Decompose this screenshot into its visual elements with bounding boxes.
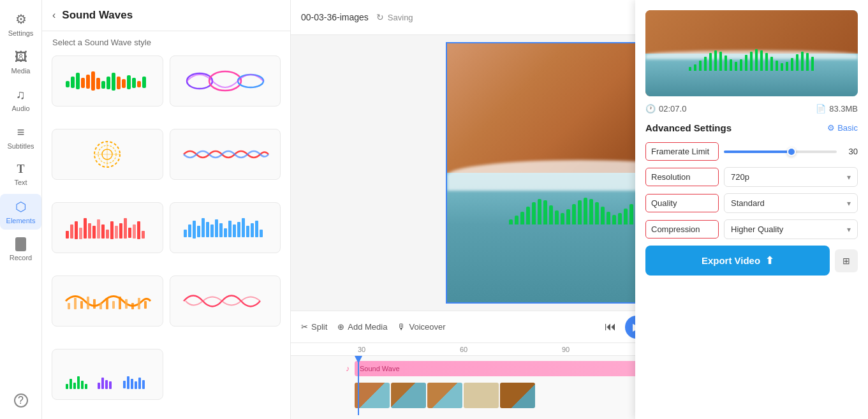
gear-icon: ⚙	[827, 123, 835, 133]
split-button[interactable]: ✂ Split	[301, 322, 327, 332]
svg-rect-59	[260, 230, 263, 237]
sidebar-item-text[interactable]: T Text	[0, 158, 41, 191]
voiceover-button[interactable]: 🎙 Voiceover	[397, 322, 445, 332]
preview-wave-bar	[730, 59, 732, 71]
clock-icon: 🕐	[645, 104, 656, 114]
svg-rect-28	[84, 218, 87, 239]
preview-wave-bar	[755, 49, 758, 71]
thumbnail-1	[355, 383, 390, 408]
wave-style-8[interactable]	[170, 276, 281, 327]
svg-rect-24	[66, 231, 69, 239]
sidebar-item-media[interactable]: 🖼 Media	[0, 45, 41, 80]
framerate-slider-track	[724, 151, 837, 153]
wave-icon-7	[63, 285, 152, 317]
svg-rect-5	[91, 71, 95, 91]
svg-rect-0	[66, 81, 70, 87]
wave-style-2[interactable]	[170, 55, 281, 107]
wave-icon-5	[63, 212, 152, 244]
playhead	[358, 356, 359, 415]
resolution-select[interactable]: 720p ▾	[724, 167, 858, 187]
export-video-label: Export Video	[702, 255, 760, 266]
skip-back-button[interactable]: ⏮	[605, 320, 616, 334]
sidebar-label-audio: Audio	[11, 105, 29, 112]
svg-rect-6	[96, 78, 100, 89]
svg-rect-73	[66, 384, 68, 389]
wave-icon-4	[180, 138, 270, 170]
sidebar-label-settings: Settings	[8, 29, 34, 37]
svg-rect-61	[74, 298, 77, 309]
sidebar-label-subtitles: Subtitles	[7, 142, 34, 150]
sidebar-item-settings[interactable]: ⚙ Settings	[0, 6, 41, 42]
svg-rect-86	[135, 381, 137, 389]
sidebar-label-text: Text	[14, 179, 27, 186]
svg-rect-69	[125, 299, 128, 309]
voiceover-label: Voiceover	[409, 322, 445, 332]
sidebar-item-record[interactable]: ■ Record	[0, 232, 41, 267]
svg-rect-4	[86, 75, 90, 89]
sidebar-item-elements[interactable]: ⬡ Elements	[0, 194, 41, 230]
quality-setting-row: Quality Standard ▾	[645, 193, 858, 213]
svg-rect-8	[107, 77, 110, 89]
sidebar-item-help[interactable]: ?	[0, 388, 41, 413]
wave-style-7[interactable]	[52, 276, 163, 327]
svg-rect-57	[251, 223, 254, 237]
svg-rect-43	[188, 224, 191, 237]
preview-wave-bar	[806, 53, 809, 71]
quality-label: Quality	[645, 194, 719, 212]
quality-value: Standard	[731, 198, 765, 208]
svg-rect-46	[202, 218, 205, 237]
sidebar-item-audio[interactable]: ♫ Audio	[0, 82, 41, 117]
preview-wave-bar	[719, 52, 722, 71]
svg-rect-9	[112, 73, 115, 91]
file-icon: 📄	[816, 104, 826, 114]
format-options-button[interactable]: ⊞	[835, 249, 858, 272]
compression-value: Higher Quality	[731, 224, 783, 234]
preview-wave-bar	[786, 62, 788, 71]
svg-rect-40	[137, 221, 140, 239]
media-icon: 🖼	[15, 50, 27, 64]
ruler-mark-60: 60	[460, 346, 562, 353]
export-meta-row: 🕐 02:07.0 📄 83.3MB	[645, 104, 858, 114]
wave-style-6[interactable]	[170, 202, 281, 253]
wave-style-3[interactable]	[52, 129, 163, 180]
svg-rect-77	[81, 381, 84, 389]
svg-rect-27	[79, 228, 82, 239]
add-media-button[interactable]: ⊕ Add Media	[337, 322, 387, 332]
sidebar-item-subtitles[interactable]: ≡ Subtitles	[0, 120, 41, 155]
sound-wave-overlay	[509, 198, 651, 224]
wave-style-9[interactable]	[52, 349, 163, 400]
panel-header: ‹ Sound Waves	[42, 0, 290, 31]
quality-select[interactable]: Standard ▾	[724, 193, 858, 213]
svg-rect-42	[184, 230, 187, 237]
svg-rect-75	[73, 383, 76, 389]
wave-style-5[interactable]	[52, 202, 163, 253]
svg-rect-49	[215, 219, 218, 237]
advanced-settings-title: Advanced Settings	[645, 122, 732, 133]
sidebar-label-record: Record	[10, 254, 32, 261]
thumbnail-4	[464, 383, 499, 408]
svg-rect-65	[99, 303, 102, 309]
svg-rect-29	[88, 223, 91, 239]
svg-rect-78	[85, 384, 87, 389]
sound-wave-track-label: ♪	[291, 364, 355, 373]
svg-rect-10	[117, 77, 121, 89]
framerate-slider-thumb[interactable]	[787, 147, 796, 156]
thumbnail-5	[500, 383, 535, 408]
compression-select[interactable]: Higher Quality ▾	[724, 219, 858, 239]
svg-rect-84	[127, 376, 129, 389]
back-button[interactable]: ‹	[52, 10, 55, 21]
svg-rect-3	[81, 78, 85, 88]
plus-circle-icon: ⊕	[337, 322, 344, 332]
duration-value: 02:07.0	[659, 104, 686, 114]
wave-style-4[interactable]	[170, 129, 281, 180]
wave-icon-2	[180, 65, 270, 97]
framerate-label: Framerate Limit	[645, 142, 719, 161]
preview-wave-bar	[791, 58, 793, 71]
export-video-button[interactable]: Export Video ⬆	[645, 246, 830, 276]
svg-rect-53	[233, 224, 236, 237]
thumbnail-2	[391, 383, 426, 408]
svg-rect-39	[133, 224, 136, 239]
basic-link[interactable]: ⚙ Basic	[827, 123, 858, 133]
wave-style-1[interactable]	[52, 55, 163, 107]
panel-subtitle: Select a Sound Wave style	[42, 31, 290, 52]
